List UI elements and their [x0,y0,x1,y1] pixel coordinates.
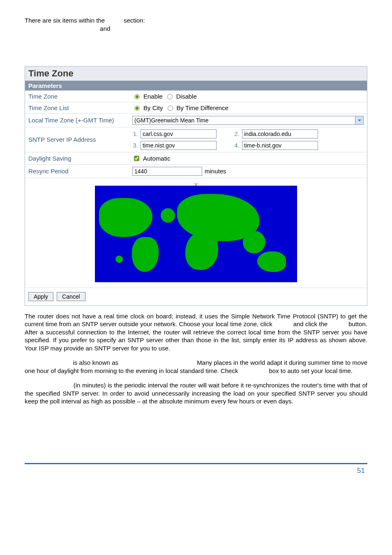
chevron-down-icon[interactable] [355,116,364,125]
radio-bytimediff[interactable] [168,106,173,111]
panel-subtitle: Parameters [25,81,367,90]
intro-line1b: section: [122,17,145,24]
checkbox-automatic[interactable] [134,156,139,161]
radio-tz-disable-label: Disable [176,93,197,100]
resync-input[interactable] [132,167,202,176]
sntp-num-3: 3. [132,142,138,149]
page-footer: 51 [25,463,367,475]
page-number: 51 [357,467,365,474]
row-resync: Resync Period minutes [25,164,367,178]
row-daylight: Daylight Saving Automatic [25,152,367,164]
button-row: Apply Cancel [25,288,367,305]
checkbox-automatic-label: Automatic [143,155,171,162]
radio-bycity-label: By City [143,104,163,111]
radio-bytimediff-label: By Time Difference [177,104,228,111]
intro-and: and [98,25,110,32]
body-text: The router does not have a real time clo… [25,312,367,405]
row-sntp: SNTP Server IP Address 1. 2. 3. 4. [25,127,367,152]
world-map[interactable] [95,186,297,282]
row-tzlist: Time Zone List By City By Time Differenc… [25,102,367,113]
radio-tz-disable[interactable] [167,94,173,99]
sntp-input-4[interactable] [242,141,318,150]
intro-text: There are six items within the section: … [25,16,367,33]
sntp-num-1: 1. [132,130,138,137]
sntp-num-4: 4. [234,142,240,149]
sntp-num-2: 2. [234,130,240,137]
world-map-area: v [25,178,367,288]
label-tzlist: Time Zone List [28,104,129,111]
sntp-input-3[interactable] [141,141,217,150]
sntp-input-2[interactable] [242,129,318,138]
select-localtz[interactable]: (GMT)Greenwich Mean Time [132,116,364,125]
footer-bar [258,463,365,464]
select-localtz-value: (GMT)Greenwich Mean Time [132,116,355,125]
resync-unit: minutes [205,168,226,175]
timezone-panel: Time Zone Parameters Time Zone Enable Di… [25,66,367,306]
apply-button[interactable]: Apply [28,292,53,301]
radio-tz-enable-label: Enable [143,93,163,100]
label-daylight: Daylight Saving [28,155,129,162]
p3: (in minutes) is the periodic interval th… [25,382,367,405]
label-timezone: Time Zone [28,93,129,100]
intro-line1a: There are six items within the [25,17,106,24]
row-timezone: Time Zone Enable Disable [25,90,367,102]
cancel-button[interactable]: Cancel [57,292,85,301]
label-localtz: Local Time Zone (+-GMT Time) [28,117,129,124]
radio-bycity[interactable] [134,106,140,111]
label-resync: Resync Period [28,168,129,175]
p1b: and click the [291,320,329,327]
label-sntp: SNTP Server IP Address [28,136,129,143]
p2c: box to auto set your local time. [267,367,353,374]
row-localtz: Local Time Zone (+-GMT Time) (GMT)Greenw… [25,113,367,127]
p2a: is also known as [71,359,120,366]
sntp-input-1[interactable] [141,129,217,138]
panel-title: Time Zone [25,67,367,81]
radio-tz-enable[interactable] [134,94,140,99]
